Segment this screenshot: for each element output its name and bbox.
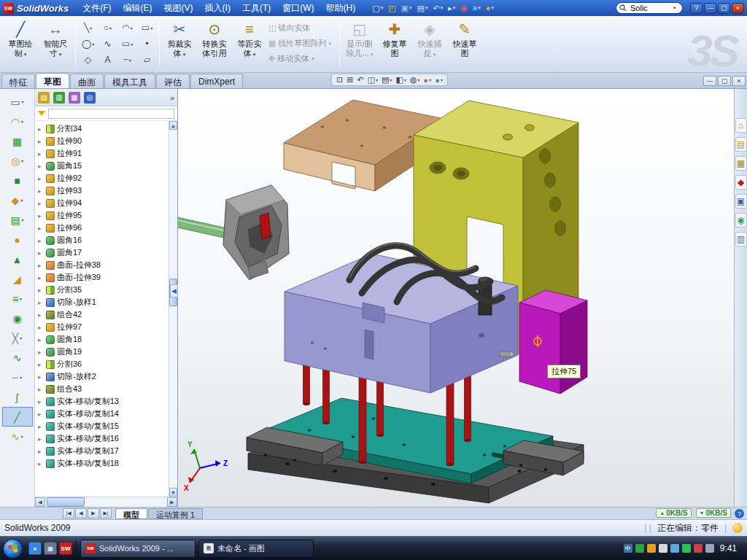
line-tool-button[interactable]: ╱ [2,407,33,427]
menu-item[interactable]: 编辑(E) [118,1,158,16]
graphics-area[interactable]: Y Z X 拉伸75 [178,89,734,507]
apply-scene-icon[interactable]: ●▾ [435,76,443,85]
expand-icon[interactable]: ▸ [38,398,44,405]
expand-icon[interactable]: ▸ [38,336,44,343]
propertymanager-icon[interactable]: ▥ [53,92,65,104]
taskbar-task-solidworks[interactable]: SWSolidWorks 2009 - ... [80,540,196,558]
smart-dimension-button[interactable]: ↔智能尺寸 ▾ [38,18,73,68]
tree-item[interactable]: ▸切除-放样2 [35,370,169,383]
solidworks-launcher-icon[interactable]: SW [59,542,72,555]
edit-color-icon[interactable]: ●▾ [484,4,495,13]
taskpane-search-icon[interactable]: ◆ [735,175,747,190]
doc-nav-button[interactable]: ▶ [88,508,99,518]
slot-tool-icon[interactable]: ▭▾ [117,36,137,52]
scroll-up-icon[interactable]: ▲ [169,121,177,130]
scroll-left-icon[interactable]: ◀ [35,497,45,507]
status-tip-icon[interactable] [732,523,743,533]
display-style-icon[interactable]: ◧▾ [396,75,406,85]
polygon-tool-button[interactable]: ◆▾ [2,190,33,210]
undo-icon[interactable]: ↶▾ [431,4,444,13]
doc-close-button[interactable]: × [732,76,746,86]
tray-messenger-icon[interactable] [682,544,691,553]
tree-item[interactable]: ▸拉伸91 [35,147,169,160]
wedge-tool-button[interactable]: ▲ [2,249,33,269]
expand-icon[interactable]: ▸ [38,150,44,158]
expand-icon[interactable]: ▸ [38,237,44,244]
tree-item[interactable]: ▸组合42 [35,308,169,321]
expand-icon[interactable]: ▸ [38,311,44,319]
tab-evaluate[interactable]: 评估 [156,74,190,88]
expand-icon[interactable]: ▸ [38,349,44,356]
rapid-sketch-button[interactable]: ✎快速草图 [447,18,482,68]
linear-sketch-pattern-button[interactable]: ▦线性草图阵列▾ [267,36,337,51]
show-desktop-icon[interactable]: ▦ [44,542,57,555]
select-arrow-icon[interactable]: ▸▾ [446,4,457,13]
open-document-icon[interactable]: ◰ [387,4,397,13]
scroll-down-icon[interactable]: ▼ [169,488,177,497]
new-document-icon[interactable]: ▢▾ [371,4,384,13]
model-part-arm-clamp[interactable] [178,185,289,280]
featuremanager-icon[interactable]: ▤ [38,92,50,104]
tree-item[interactable]: ▸圆角17 [35,246,169,259]
convert-entities-button[interactable]: ⊙转换实体引用 [197,18,232,68]
ellipse-tool-icon[interactable]: ◯▾ [78,36,98,52]
offset-tool-button[interactable]: ≡▾ [2,289,33,308]
menu-item[interactable]: 视图(V) [159,1,198,16]
previous-view-icon[interactable]: ↶ [357,75,363,85]
taskpane-view-palette-icon[interactable]: ▣ [735,194,747,209]
construction-line-tool-icon[interactable]: ┄▾ [117,52,137,68]
tray-update-icon[interactable] [647,544,656,553]
tree-item[interactable]: ▸拉伸96 [35,222,169,234]
tree-item[interactable]: ▸圆角16 [35,234,169,246]
search-input[interactable] [629,3,671,13]
doc-nav-button[interactable]: ▶| [100,508,112,518]
menu-item[interactable]: 帮助(H) [321,1,361,16]
tab-mold-tools[interactable]: 模具工具 [104,74,155,88]
tree-item[interactable]: ▸曲面-拉伸39 [35,271,169,284]
tree-item[interactable]: ▸实体-移动/复制18 [35,457,169,470]
line-tool-icon[interactable]: ╲▾ [78,20,98,36]
tree-item[interactable]: ▸分割35 [35,284,169,296]
block-tool-button[interactable]: ■ [2,171,33,190]
tree-item[interactable]: ▸实体-移动/复制14 [35,408,169,420]
expand-icon[interactable]: ▸ [38,212,44,219]
expand-icon[interactable]: ▸ [38,460,44,467]
construction-tool-button[interactable]: ┄▾ [2,368,33,387]
expand-icon[interactable]: ▸ [38,411,44,418]
options-icon[interactable]: ≡▾ [471,4,482,13]
scroll-right-icon[interactable]: ▶ [167,497,177,507]
arc-tool-button[interactable]: ◠▾ [2,112,33,131]
view-orientation-icon[interactable]: ▤▾ [382,75,392,85]
doc-nav-button[interactable]: |◀ [63,508,74,518]
point-tool-button[interactable]: ● [2,230,33,249]
tray-volume-icon[interactable] [659,544,667,553]
minimize-button[interactable]: — [704,3,716,14]
tree-item[interactable]: ▸实体-移动/复制13 [35,395,169,408]
doc-nav-button[interactable]: ◀ [75,508,87,518]
tree-item[interactable]: ▸拉伸90 [35,135,169,147]
tree-item[interactable]: ▸拉伸93 [35,184,169,197]
tree-item[interactable]: ▸拉伸95 [35,209,169,222]
spline-tool-icon[interactable]: ∿ [98,36,117,52]
tree-item[interactable]: ▸圆角18 [35,333,169,346]
quick-snaps-button[interactable]: ◈快速捕捉 ▾ [412,18,447,68]
internet-explorer-icon[interactable]: e [28,542,42,555]
trim-entities-button[interactable]: ✂剪裁实体 ▾ [162,18,197,68]
expand-icon[interactable]: ▸ [38,373,44,381]
text-tool-icon[interactable]: A [98,52,117,68]
dimxpertmanager-icon[interactable]: ◎ [84,92,96,104]
taskpane-custom-properties-icon[interactable]: ▥ [735,232,747,246]
trim-tool-button[interactable]: ╳▾ [2,328,33,348]
tree-item[interactable]: ▸分割34 [35,122,169,135]
start-button[interactable] [3,539,23,559]
panel-collapse-arrow[interactable]: ◀ [170,284,178,298]
search-caret-icon[interactable]: ▾ [673,5,676,11]
expand-icon[interactable]: ▸ [38,249,44,257]
expand-icon[interactable]: ▸ [38,125,44,133]
tray-security-alert-icon[interactable] [694,544,703,553]
expand-icon[interactable]: ▸ [38,163,44,170]
tree-item[interactable]: ▸曲面-拉伸38 [35,259,169,271]
tree-item[interactable]: ▸拉伸94 [35,197,169,209]
tab-surfaces[interactable]: 曲面 [70,74,104,88]
tree-item[interactable]: ▸组合43 [35,383,169,395]
